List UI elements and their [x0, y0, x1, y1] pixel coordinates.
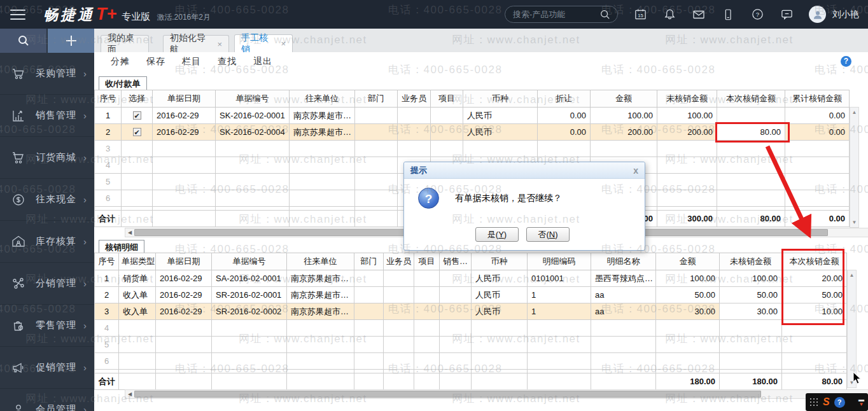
cell[interactable]: [657, 190, 717, 207]
cell[interactable]: [216, 190, 290, 207]
cell[interactable]: [122, 141, 153, 157]
cell[interactable]: [440, 337, 472, 353]
cell[interactable]: [216, 174, 290, 190]
column-header[interactable]: 序号: [95, 90, 122, 108]
search-input[interactable]: [513, 10, 598, 19]
cell[interactable]: [472, 320, 528, 337]
cell[interactable]: 100.00: [591, 108, 657, 124]
cell[interactable]: 人民币: [472, 287, 528, 303]
cell[interactable]: [290, 190, 355, 207]
column-header[interactable]: 单据类型: [119, 253, 156, 270]
cell[interactable]: [717, 174, 785, 190]
cell[interactable]: [431, 124, 463, 141]
tab-init-navigation[interactable]: 初始化导航×: [163, 35, 229, 52]
column-header[interactable]: 累计核销金额: [785, 90, 850, 108]
cell[interactable]: 收入单: [119, 303, 156, 320]
yes-button[interactable]: 是(Y): [475, 227, 519, 242]
cell[interactable]: [384, 287, 414, 303]
cell[interactable]: 30.00: [720, 303, 782, 320]
cell[interactable]: [156, 337, 212, 353]
cell[interactable]: 2016-02-29: [156, 287, 212, 303]
cell[interactable]: [591, 141, 657, 157]
row-select-cell[interactable]: ✔: [122, 108, 153, 124]
cell[interactable]: [440, 287, 472, 303]
cell[interactable]: 0101001: [528, 270, 591, 287]
cell[interactable]: SR-2016-02-0002: [212, 303, 287, 320]
cell[interactable]: [216, 141, 290, 157]
cell[interactable]: 1: [528, 303, 591, 320]
column-header[interactable]: 金额: [591, 90, 657, 108]
scroll-up-icon[interactable]: ▲: [852, 108, 857, 117]
cell[interactable]: [782, 337, 847, 353]
cell[interactable]: [398, 141, 431, 157]
cell[interactable]: 50.00: [720, 287, 782, 303]
column-header[interactable]: 明细名称: [591, 253, 656, 270]
sidebar-item-inventory[interactable]: 库存核算›: [0, 221, 94, 263]
cell[interactable]: [290, 141, 355, 157]
cell[interactable]: SA-2016-02-0001: [212, 270, 287, 287]
page-help-icon[interactable]: ?: [841, 56, 851, 67]
cell[interactable]: SK-2016-02-0001: [216, 108, 290, 124]
columns-button[interactable]: 栏目: [182, 56, 201, 67]
scrollbar-thumb[interactable]: [134, 391, 761, 398]
cell[interactable]: aa: [591, 303, 656, 320]
close-tab-icon[interactable]: ×: [217, 39, 222, 49]
row-checkbox[interactable]: ✔: [133, 111, 141, 120]
column-header[interactable]: 单据编号: [216, 90, 290, 108]
cell[interactable]: [591, 353, 656, 370]
search-icon[interactable]: [598, 8, 612, 22]
cell[interactable]: [785, 141, 850, 157]
cell[interactable]: 南京苏果超市…: [290, 124, 355, 141]
cell[interactable]: 人民币: [463, 124, 538, 141]
dialog-titlebar[interactable]: 提示 x: [404, 162, 645, 179]
feedback-icon[interactable]: [780, 8, 794, 22]
tab-manual-verification[interactable]: 手工核销×: [234, 34, 293, 52]
cell[interactable]: [384, 337, 414, 353]
column-header[interactable]: 未核销金额: [720, 253, 782, 270]
cell[interactable]: 2016-02-29: [153, 124, 216, 141]
mail-icon[interactable]: [692, 8, 706, 22]
cell[interactable]: 100.00: [656, 270, 720, 287]
sidebar-add-button[interactable]: [48, 29, 94, 53]
column-header[interactable]: 本次核销金额: [717, 90, 785, 108]
scroll-down-icon[interactable]: ▼: [850, 378, 855, 387]
cell[interactable]: [414, 353, 440, 370]
cell[interactable]: [538, 141, 591, 157]
cell[interactable]: [354, 337, 384, 353]
cell[interactable]: [717, 190, 785, 207]
column-header[interactable]: 选择: [122, 90, 153, 108]
cell[interactable]: [414, 287, 440, 303]
cell[interactable]: [122, 190, 153, 207]
cell[interactable]: 南京苏果超市…: [290, 108, 355, 124]
cell[interactable]: 收入单: [119, 287, 156, 303]
cell[interactable]: 10.00: [782, 303, 847, 320]
cell[interactable]: 80.00: [717, 124, 785, 141]
cell[interactable]: [355, 157, 398, 174]
column-header[interactable]: 往来单位: [287, 253, 354, 270]
cell[interactable]: [355, 174, 398, 190]
cell[interactable]: [355, 141, 398, 157]
column-header[interactable]: 业务员: [398, 90, 431, 108]
cell[interactable]: 南京苏果超市…: [287, 287, 354, 303]
column-header[interactable]: 币种: [472, 253, 528, 270]
cell[interactable]: [384, 353, 414, 370]
cell[interactable]: 2016-02-29: [156, 270, 212, 287]
sidebar-item-sales[interactable]: 销售管理›: [0, 95, 94, 137]
cell[interactable]: 2016-02-29: [153, 108, 216, 124]
no-button[interactable]: 否(N): [526, 227, 570, 242]
cell[interactable]: 0.00: [538, 108, 591, 124]
user-avatar[interactable]: [809, 6, 826, 23]
tab-my-desktop[interactable]: 我的桌面: [101, 35, 149, 52]
cell[interactable]: [782, 320, 847, 337]
cell[interactable]: 0.00: [785, 124, 850, 141]
cell[interactable]: [414, 270, 440, 287]
cell[interactable]: [657, 141, 717, 157]
cell[interactable]: [528, 353, 591, 370]
cell[interactable]: [656, 320, 720, 337]
scroll-left-icon[interactable]: ◀: [125, 230, 134, 235]
column-header[interactable]: 部门: [355, 90, 398, 108]
cell[interactable]: [785, 190, 850, 207]
find-button[interactable]: 查找: [218, 56, 237, 67]
column-header[interactable]: 明细编码: [528, 253, 591, 270]
tool-logo-icon[interactable]: S: [823, 396, 830, 408]
